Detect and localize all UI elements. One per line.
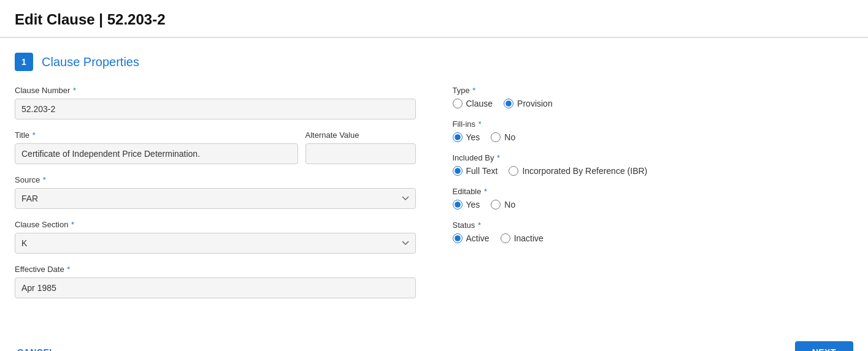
clause-section-label: Clause Section * bbox=[15, 220, 416, 229]
included-by-radio-group: Full Text Incorporated By Reference (IBR… bbox=[453, 166, 854, 176]
effective-date-group: Effective Date * bbox=[15, 265, 416, 298]
status-group: Status * Active Inactive bbox=[453, 221, 854, 243]
clause-section-select[interactable]: K L M Other bbox=[15, 233, 416, 254]
included-by-fulltext-option[interactable]: Full Text bbox=[453, 166, 498, 176]
fill-ins-no-radio[interactable] bbox=[491, 132, 501, 142]
title-label: Title * bbox=[15, 130, 298, 140]
type-clause-label: Clause bbox=[466, 99, 493, 108]
status-inactive-option[interactable]: Inactive bbox=[501, 233, 543, 243]
title-row: Title * Alternate Value bbox=[15, 130, 416, 164]
clause-number-label: Clause Number * bbox=[15, 86, 416, 95]
step-badge: 1 bbox=[15, 53, 33, 71]
type-provision-option[interactable]: Provision bbox=[504, 99, 553, 108]
status-label: Status * bbox=[453, 221, 854, 230]
included-by-ibr-option[interactable]: Incorporated By Reference (IBR) bbox=[509, 166, 647, 176]
alternate-value-group: Alternate Value bbox=[305, 130, 416, 164]
type-label: Type * bbox=[453, 86, 854, 95]
status-active-radio[interactable] bbox=[453, 233, 463, 243]
status-active-option[interactable]: Active bbox=[453, 233, 490, 243]
effective-date-label: Effective Date * bbox=[15, 265, 416, 274]
type-provision-label: Provision bbox=[517, 99, 553, 108]
title-group: Title * bbox=[15, 130, 298, 164]
editable-no-radio[interactable] bbox=[491, 200, 501, 209]
footer-bar: CANCEL NEXT bbox=[0, 331, 868, 351]
fill-ins-group: Fill-ins * Yes No bbox=[453, 119, 854, 142]
clause-section-group: Clause Section * K L M Other bbox=[15, 220, 416, 254]
page-title: Edit Clause | 52.203-2 bbox=[15, 11, 853, 28]
type-clause-option[interactable]: Clause bbox=[453, 99, 493, 108]
fill-ins-no-label: No bbox=[504, 132, 515, 142]
fill-ins-radio-group: Yes No bbox=[453, 132, 854, 142]
included-by-fulltext-label: Full Text bbox=[466, 166, 498, 176]
editable-no-label: No bbox=[504, 200, 515, 209]
cancel-button[interactable]: CANCEL bbox=[15, 344, 57, 351]
included-by-ibr-radio[interactable] bbox=[509, 166, 518, 176]
type-group: Type * Clause Provision bbox=[453, 86, 854, 108]
fill-ins-yes-radio[interactable] bbox=[453, 132, 463, 142]
section-header: 1 Clause Properties bbox=[15, 53, 853, 71]
section-title: Clause Properties bbox=[42, 55, 139, 69]
next-button[interactable]: NEXT bbox=[795, 341, 853, 351]
title-input[interactable] bbox=[15, 143, 298, 164]
status-inactive-radio[interactable] bbox=[501, 233, 510, 243]
left-column: Clause Number * Title * Alternate Value bbox=[15, 86, 416, 309]
source-select[interactable]: FAR DFARS Other bbox=[15, 188, 416, 209]
type-clause-radio[interactable] bbox=[453, 99, 463, 108]
source-label: Source * bbox=[15, 175, 416, 184]
effective-date-input[interactable] bbox=[15, 277, 416, 298]
page-content: 1 Clause Properties Clause Number * Titl… bbox=[0, 38, 868, 324]
status-radio-group: Active Inactive bbox=[453, 233, 854, 243]
editable-group: Editable * Yes No bbox=[453, 187, 854, 209]
type-provision-radio[interactable] bbox=[504, 99, 513, 108]
alternate-value-input[interactable] bbox=[305, 143, 416, 164]
clause-number-group: Clause Number * bbox=[15, 86, 416, 119]
included-by-ibr-label: Incorporated By Reference (IBR) bbox=[522, 166, 647, 176]
fill-ins-label: Fill-ins * bbox=[453, 119, 854, 129]
page-header: Edit Clause | 52.203-2 bbox=[0, 0, 868, 37]
status-active-label: Active bbox=[466, 233, 490, 243]
fill-ins-yes-option[interactable]: Yes bbox=[453, 132, 480, 142]
editable-radio-group: Yes No bbox=[453, 200, 854, 209]
right-column: Type * Clause Provision Fill-ins * bbox=[453, 86, 854, 309]
fill-ins-yes-label: Yes bbox=[466, 132, 480, 142]
clause-number-input[interactable] bbox=[15, 99, 416, 119]
editable-yes-radio[interactable] bbox=[453, 200, 463, 209]
alternate-value-label: Alternate Value bbox=[305, 130, 416, 140]
editable-no-option[interactable]: No bbox=[491, 200, 515, 209]
editable-yes-option[interactable]: Yes bbox=[453, 200, 480, 209]
included-by-fulltext-radio[interactable] bbox=[453, 166, 463, 176]
status-inactive-label: Inactive bbox=[514, 233, 543, 243]
form-layout: Clause Number * Title * Alternate Value bbox=[15, 86, 853, 309]
included-by-group: Included By * Full Text Incorporated By … bbox=[453, 153, 854, 176]
fill-ins-no-option[interactable]: No bbox=[491, 132, 515, 142]
source-group: Source * FAR DFARS Other bbox=[15, 175, 416, 209]
type-radio-group: Clause Provision bbox=[453, 99, 854, 108]
editable-yes-label: Yes bbox=[466, 200, 480, 209]
included-by-label: Included By * bbox=[453, 153, 854, 162]
editable-label: Editable * bbox=[453, 187, 854, 196]
